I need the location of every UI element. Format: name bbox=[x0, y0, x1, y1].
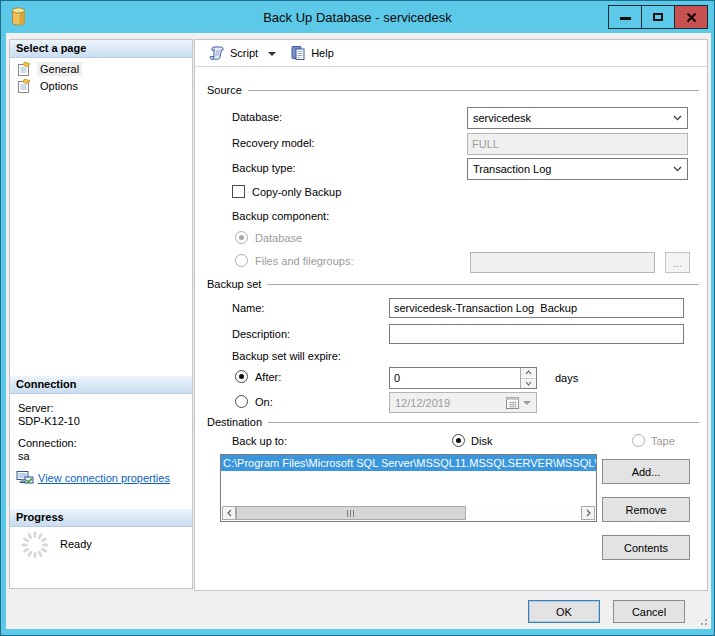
backup-set-group: Backup set bbox=[207, 278, 699, 290]
recovery-model-field bbox=[467, 133, 688, 155]
titlebar[interactable]: Back Up Database - servicedesk bbox=[1, 1, 714, 33]
remove-button[interactable]: Remove bbox=[602, 497, 690, 522]
expire-after-label: After: bbox=[255, 371, 281, 383]
window-controls bbox=[609, 5, 708, 29]
database-value: servicedesk bbox=[473, 112, 531, 124]
minimize-button[interactable] bbox=[608, 5, 642, 29]
date-picker-controls bbox=[506, 396, 531, 409]
expire-after-radio[interactable] bbox=[235, 370, 248, 383]
horizontal-scrollbar[interactable] bbox=[222, 506, 595, 520]
dialog-footer: OK Cancel bbox=[6, 591, 711, 629]
help-button[interactable]: Help bbox=[286, 43, 338, 63]
progress-header: Progress bbox=[10, 509, 192, 527]
destination-path-list[interactable]: C:\Program Files\Microsoft SQL Server\MS… bbox=[220, 454, 597, 522]
chevron-left-icon bbox=[227, 509, 232, 517]
expire-on-radio[interactable] bbox=[235, 395, 248, 408]
page-icon bbox=[16, 61, 32, 77]
tape-label: Tape bbox=[651, 435, 675, 447]
sidebar-item-general[interactable]: General bbox=[16, 60, 82, 77]
general-page-panel: Script Help Source Database: servicedesk… bbox=[194, 39, 708, 591]
expire-date-picker: 12/12/2019 bbox=[389, 392, 537, 413]
back-up-to-label: Back up to: bbox=[232, 435, 287, 447]
scrollbar-grip bbox=[347, 510, 355, 517]
page-icon bbox=[16, 78, 32, 94]
view-connection-properties-label[interactable]: View connection properties bbox=[38, 472, 170, 484]
chevron-down-icon bbox=[525, 381, 532, 386]
expire-label: Backup set will expire: bbox=[232, 350, 341, 362]
component-database-label: Database bbox=[255, 232, 302, 244]
close-icon bbox=[686, 12, 697, 23]
disk-radio[interactable] bbox=[452, 434, 465, 447]
chevron-down-icon bbox=[523, 401, 531, 405]
spin-down-button[interactable] bbox=[521, 379, 536, 389]
source-group: Source bbox=[207, 84, 699, 96]
maximize-button[interactable] bbox=[641, 5, 675, 29]
name-label: Name: bbox=[232, 302, 264, 314]
backup-component-label: Backup component: bbox=[232, 210, 329, 222]
days-label: days bbox=[555, 372, 578, 384]
scroll-right-button[interactable] bbox=[581, 506, 595, 520]
sidebar-item-options[interactable]: Options bbox=[16, 77, 81, 94]
expire-on-label: On: bbox=[255, 396, 273, 408]
help-label: Help bbox=[311, 47, 334, 59]
expire-days-spinner[interactable] bbox=[389, 367, 537, 389]
backup-type-combobox[interactable]: Transaction Log bbox=[467, 158, 688, 180]
group-divider bbox=[248, 90, 699, 91]
destination-group: Destination bbox=[207, 416, 699, 428]
add-button[interactable]: Add... bbox=[602, 459, 690, 484]
destination-path-item[interactable]: C:\Program Files\Microsoft SQL Server\MS… bbox=[221, 455, 596, 471]
connection-value: sa bbox=[18, 450, 30, 462]
view-connection-properties-link[interactable]: View connection properties bbox=[16, 470, 170, 486]
maximize-icon bbox=[653, 13, 663, 21]
close-button[interactable] bbox=[674, 5, 708, 29]
expire-date-value: 12/12/2019 bbox=[395, 397, 450, 409]
backup-type-label: Backup type: bbox=[232, 162, 296, 174]
expire-days-input[interactable] bbox=[390, 368, 520, 388]
chevron-up-icon bbox=[525, 370, 532, 375]
dialog-toolbar: Script Help bbox=[195, 40, 707, 67]
scroll-left-button[interactable] bbox=[222, 506, 236, 520]
spinner-buttons bbox=[520, 368, 536, 388]
calendar-icon bbox=[506, 396, 519, 409]
scrollbar-thumb[interactable] bbox=[236, 506, 466, 520]
computer-icon bbox=[16, 470, 34, 486]
chevron-down-icon bbox=[673, 115, 682, 121]
script-dropdown-icon[interactable] bbox=[268, 52, 276, 56]
copy-only-backup-checkbox[interactable] bbox=[232, 185, 245, 198]
spinner-icon bbox=[20, 530, 50, 560]
ok-button[interactable]: OK bbox=[528, 600, 600, 623]
component-files-label: Files and filegroups: bbox=[255, 255, 353, 267]
component-database-radio bbox=[235, 231, 248, 244]
tape-radio bbox=[632, 434, 645, 447]
select-a-page-header: Select a page bbox=[10, 40, 192, 58]
progress-status: Ready bbox=[60, 538, 92, 550]
minimize-icon bbox=[620, 17, 631, 20]
files-and-filegroups-field bbox=[470, 252, 655, 273]
chevron-down-icon bbox=[673, 166, 682, 172]
sidebar-item-label: Options bbox=[37, 79, 81, 93]
files-browse-button: ... bbox=[665, 252, 690, 273]
destination-group-title: Destination bbox=[207, 416, 262, 428]
backup-name-field[interactable] bbox=[389, 298, 684, 318]
connection-label: Connection: bbox=[18, 437, 77, 449]
copy-only-backup-label: Copy-only Backup bbox=[252, 186, 341, 198]
script-label: Script bbox=[230, 47, 258, 59]
chevron-right-icon bbox=[586, 509, 591, 517]
backup-database-dialog: Back Up Database - servicedesk Select a … bbox=[0, 0, 715, 636]
source-group-title: Source bbox=[207, 84, 242, 96]
spin-up-button[interactable] bbox=[521, 368, 536, 379]
cancel-button[interactable]: Cancel bbox=[613, 600, 685, 623]
component-files-radio bbox=[235, 254, 248, 267]
disk-label: Disk bbox=[471, 435, 492, 447]
description-field[interactable] bbox=[389, 324, 684, 344]
contents-button[interactable]: Contents bbox=[602, 535, 690, 560]
backup-type-value: Transaction Log bbox=[473, 163, 551, 175]
group-divider bbox=[267, 284, 699, 285]
script-scroll-icon bbox=[209, 45, 225, 61]
database-combobox[interactable]: servicedesk bbox=[467, 107, 688, 129]
server-label: Server: bbox=[18, 402, 53, 414]
connection-header: Connection bbox=[10, 376, 192, 394]
script-button[interactable]: Script bbox=[205, 43, 262, 63]
resize-grip-icon[interactable] bbox=[698, 616, 708, 626]
description-label: Description: bbox=[232, 328, 290, 340]
